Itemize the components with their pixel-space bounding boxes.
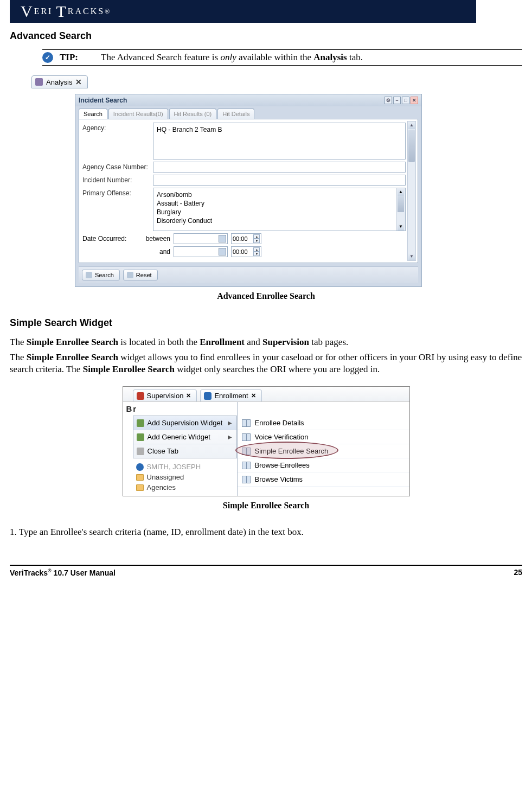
window-titlebar: Incident Search ⚙ – □ ✕ [75,94,421,106]
menu-item-close-tab[interactable]: Close Tab [133,444,236,458]
folder-icon [136,484,144,491]
window-minimize-icon[interactable]: – [393,97,401,104]
page-footer: VeriTracks® 10.7 User Manual 25 [10,565,522,577]
window-tab-strip: Search Incident Results(0) Hit Results (… [75,106,421,119]
incident-number-label: Incident Number: [82,175,153,184]
window-close-icon[interactable]: ✕ [411,97,418,104]
window-button-bar: Search Reset [79,266,418,283]
calendar-icon[interactable] [219,248,226,256]
close-icon[interactable]: ✕ [251,392,256,399]
submenu-arrow-icon: ▶ [228,434,232,440]
tip-callout: ✓ TIP: The Advanced Search feature is on… [42,49,522,66]
scroll-down-icon[interactable]: ▼ [408,253,415,260]
case-number-label: Agency Case Number: [82,162,153,171]
time-to-input[interactable]: 00:00 ▴▾ [231,246,261,257]
agency-value[interactable]: HQ - Branch 2 Team B [156,125,403,134]
incident-search-window: Incident Search ⚙ – □ ✕ Search Incident … [75,94,422,287]
primary-offense-label: Primary Offense: [82,188,153,197]
figure-caption-1: Advanced Enrollee Search [10,291,522,301]
paragraph-simple-location: The Simple Enrollee Search is located in… [10,336,522,348]
reset-button[interactable]: Reset [123,270,158,280]
tree-item-unassigned[interactable]: Unassigned [136,472,234,482]
close-icon[interactable]: ✕ [75,78,82,86]
analysis-icon [35,78,43,86]
tip-icon: ✓ [42,52,53,63]
calendar-icon[interactable] [219,235,226,242]
tab-hit-results[interactable]: Hit Results (0) [169,108,217,119]
offense-option[interactable]: Disorderly Conduct [156,216,403,225]
menu-item-add-generic-widget[interactable]: Add Generic Widget ▶ [133,430,236,444]
logo: VERITRACKS® [21,2,111,21]
offense-option[interactable]: Burglary [156,208,403,216]
supervision-icon [137,392,144,400]
tip-label: TIP: [60,52,78,63]
form-scrollbar[interactable]: ▲ ▼ [407,121,416,261]
search-form: ▲ ▼ Agency: HQ - Branch 2 Team B Agency … [79,119,418,263]
tree-panel: SMITH, JOSEPH Unassigned Agencies [123,461,237,496]
agency-label: Agency: [82,123,153,132]
scroll-down-icon[interactable]: ▼ [398,223,404,231]
submenu-item-browse-victims[interactable]: Browse Victims [238,472,409,487]
date-occurred-label: Date Occurred: [82,235,137,242]
add-widget-icon [137,419,144,427]
window-settings-icon[interactable]: ⚙ [384,97,392,104]
submenu-item-enrollee-details[interactable]: Enrollee Details [238,416,409,430]
submenu-item-simple-enrollee-search[interactable]: Simple Enrollee Search [238,444,409,458]
add-widget-icon [137,433,144,441]
folder-icon [136,474,144,481]
widget-icon [242,419,251,427]
time-spinner[interactable]: ▴▾ [253,247,260,256]
submenu-arrow-icon: ▶ [228,420,232,426]
offense-option[interactable]: Assault - Battery [156,199,403,208]
breadcrumb-stub: Br [123,402,237,416]
tab-hit-details[interactable]: Hit Details [217,108,254,119]
enrollment-icon [204,392,211,400]
page-number: 25 [514,568,522,577]
analysis-tab-chip[interactable]: Analysis ✕ [31,75,88,88]
highlight-oval [235,442,338,459]
close-tab-icon [137,448,144,455]
widget-icon [242,462,251,469]
widget-icon [242,433,251,441]
window-maximize-icon[interactable]: □ [402,97,409,104]
tree-item-enrollee[interactable]: SMITH, JOSEPH [136,462,234,472]
figure-tabs: Supervision ✕ Enrollment ✕ [123,387,409,402]
tab-incident-results[interactable]: Incident Results(0) [108,108,168,119]
date-to-input[interactable] [174,246,228,257]
incident-number-input[interactable] [153,175,406,186]
scroll-thumb[interactable] [408,130,415,162]
submenu-item-browse-enrollees[interactable]: Browse Enrollees [238,458,409,472]
figure-caption-2: Simple Enrollee Search [10,501,522,510]
offense-scrollbar[interactable]: ▲ ▼ [396,188,405,231]
paragraph-simple-desc: The Simple Enrollee Search widget allows… [10,352,522,375]
tab-supervision[interactable]: Supervision ✕ [133,389,197,401]
date-from-input[interactable] [174,233,228,244]
time-spinner[interactable]: ▴▾ [253,234,260,243]
close-icon[interactable]: ✕ [186,392,191,399]
submenu: Enrollee Details Voice Verification Simp… [238,416,409,487]
offense-option[interactable]: Arson/bomb [156,190,403,199]
case-number-input[interactable] [153,162,406,173]
widget-icon [242,476,251,483]
between-label: between [140,235,170,242]
section-heading-advanced-search: Advanced Search [10,30,522,42]
tab-enrollment[interactable]: Enrollment ✕ [200,389,261,401]
time-from-input[interactable]: 00:00 ▴▾ [231,233,261,244]
scroll-up-icon[interactable]: ▲ [408,122,415,129]
scroll-up-icon[interactable]: ▲ [398,188,404,196]
footer-doc-title: VeriTracks® 10.7 User Manual [10,568,116,577]
tab-search[interactable]: Search [79,108,107,119]
menu-figure: Supervision ✕ Enrollment ✕ Br Add Superv… [123,386,410,496]
section-heading-simple-search: Simple Search Widget [10,317,522,329]
brand-header: VERITRACKS® [10,0,476,23]
tree-item-agencies[interactable]: Agencies [136,482,234,493]
search-button[interactable]: Search [82,270,120,280]
step-1: 1. Type an Enrollee's search criteria (n… [10,527,522,538]
person-icon [136,463,144,471]
reset-icon [127,272,133,278]
scroll-thumb[interactable] [398,196,404,212]
menu-item-add-supervision-widget[interactable]: Add Supervision Widget ▶ [133,416,236,430]
primary-offense-listbox[interactable]: Arson/bomb Assault - Battery Burglary Di… [153,188,406,231]
search-icon [86,272,92,278]
agency-listbox[interactable]: HQ - Branch 2 Team B [153,123,406,159]
